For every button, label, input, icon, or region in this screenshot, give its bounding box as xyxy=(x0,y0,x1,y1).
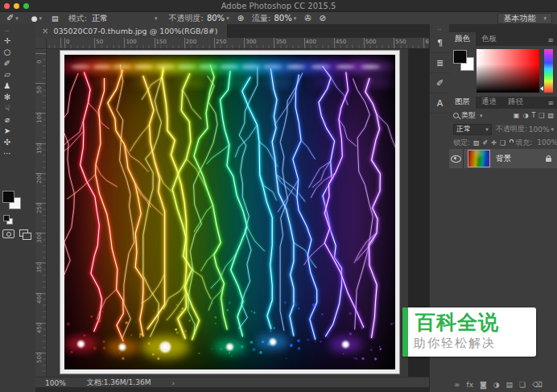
edit-toolbar-button[interactable]: ⋯ xyxy=(0,148,14,159)
filter-type-layers-icon[interactable]: T xyxy=(531,112,535,119)
eyedropper-tool-button[interactable]: ✐ xyxy=(0,58,14,69)
character-panel-icon[interactable]: A xyxy=(430,93,450,113)
horizontal-ruler: 050100150200250300350400450500550600 xyxy=(35,38,429,49)
layer-row-background[interactable]: 背景 xyxy=(449,149,557,168)
watermark-accent-bar xyxy=(402,307,408,357)
eraser-tool-button[interactable]: ▱ xyxy=(0,69,14,80)
h-ruler-label: 400 xyxy=(306,39,316,45)
opacity-caret[interactable]: ▾ xyxy=(226,15,229,22)
brush-tool-preset-icon[interactable]: ✐ xyxy=(6,14,14,23)
color-panel-foreground-swatch[interactable] xyxy=(453,50,467,64)
filter-adjustment-layers-icon[interactable]: ◑ xyxy=(522,112,528,119)
mode-label: 模式: xyxy=(68,13,87,24)
layer-visibility-toggle[interactable] xyxy=(449,149,464,168)
v-ruler-label: 450 xyxy=(36,322,43,332)
watermark-badge: 百科全说 助你轻松解决 xyxy=(402,307,536,357)
h-ruler-label: 150 xyxy=(156,39,167,45)
toolbar-collapse-icon[interactable]: ‥ xyxy=(0,26,14,33)
opacity-value[interactable]: 80% xyxy=(207,14,225,23)
clone-stamp-tool-button[interactable]: ♟ xyxy=(0,80,14,92)
pressure-opacity-icon[interactable]: ⊕ xyxy=(237,14,244,23)
filter-kind-caret[interactable]: ▾ xyxy=(480,113,483,119)
workspace-switcher[interactable]: 基本功能 ▾ xyxy=(497,13,552,24)
filter-shape-layers-icon[interactable]: ❑ xyxy=(538,112,544,119)
new-layer-icon[interactable]: ❏ xyxy=(519,381,526,389)
blend-mode-select[interactable]: 正常 ▾ xyxy=(453,124,492,135)
airbrush-icon[interactable]: ✇ xyxy=(304,14,311,23)
flow-value[interactable]: 80% xyxy=(274,14,291,23)
h-ruler-label: 300 xyxy=(245,39,256,45)
brush-tip-icon[interactable]: ● xyxy=(31,14,38,23)
mode-select[interactable]: 正常 xyxy=(92,13,108,24)
zoom-level-field[interactable]: 100% xyxy=(45,379,66,387)
layers-panel-menu-icon[interactable]: ≡ xyxy=(547,99,554,107)
hand-tool-button[interactable]: ✣ xyxy=(0,137,14,148)
link-layers-icon[interactable]: ∞ xyxy=(454,381,460,389)
pressure-size-icon[interactable]: ⊘ xyxy=(320,14,326,23)
add-layer-mask-icon[interactable]: ◙ xyxy=(480,381,487,389)
delete-layer-icon[interactable]: ⌫ xyxy=(532,381,543,389)
v-ruler-label: 350 xyxy=(36,262,43,273)
bottom-edge xyxy=(35,387,429,392)
filter-kind-label[interactable]: 类型 xyxy=(461,110,476,121)
v-ruler-label: 400 xyxy=(36,292,43,303)
mode-caret[interactable]: ▾ xyxy=(155,15,158,22)
v-ruler-label: 100 xyxy=(36,113,43,123)
new-group-icon[interactable]: ▤ xyxy=(506,381,514,389)
move-tool-button[interactable]: ✛ xyxy=(0,35,14,47)
layer-locked-icon xyxy=(546,158,551,162)
tab-layers[interactable]: 图层 xyxy=(449,95,476,109)
status-menu-caret[interactable]: › xyxy=(171,379,175,387)
opacity-label: 不透明度: xyxy=(169,13,204,24)
canvas[interactable] xyxy=(60,50,400,374)
new-adjustment-layer-icon[interactable]: ◑ xyxy=(493,381,500,389)
close-document-icon[interactable]: × xyxy=(42,27,48,35)
dock-collapse-icon[interactable]: ‥ xyxy=(430,24,450,33)
brush-tip-caret[interactable]: ▾ xyxy=(39,15,43,22)
tab-channels[interactable]: 通道 xyxy=(476,95,502,109)
path-selection-tool-button[interactable]: ➤ xyxy=(0,126,14,137)
dodge-tool-button[interactable]: ⌀ xyxy=(0,114,14,126)
layers-footer: ∞fx◙◑▤❏⌫ xyxy=(449,379,557,392)
tab-color[interactable]: 颜色 xyxy=(449,32,476,46)
blend-mode-value: 正常 xyxy=(456,124,471,134)
filter-pixel-layers-icon[interactable]: ▣ xyxy=(514,112,520,119)
canvas-image xyxy=(64,55,395,369)
fill-value: 100% xyxy=(537,138,557,146)
smudge-tool-button[interactable]: ☟ xyxy=(0,103,14,114)
screen-mode-button[interactable] xyxy=(23,233,31,240)
lasso-tool-button[interactable]: ○ xyxy=(0,47,14,58)
options-bar: ✐ ▾ ● ▾ ▤ 模式: 正常 ▾ 不透明度: 80% ▾ ⊕ 流量: 80%… xyxy=(0,12,557,25)
flow-caret[interactable]: ▾ xyxy=(294,15,297,22)
properties-panel-icon[interactable]: ≣ xyxy=(430,53,450,73)
layer-thumbnail[interactable] xyxy=(468,150,490,167)
saturation-brightness-picker[interactable] xyxy=(477,49,539,93)
fill-label: 填充: xyxy=(515,138,532,148)
brush-preset-caret[interactable]: ▾ xyxy=(15,15,19,22)
filter-smart-objects-icon[interactable]: ▧ xyxy=(547,112,554,119)
document-tab[interactable]: × 035020C07-0.thumb.jpg @ 100%(RGB/8#) xyxy=(32,24,228,38)
paragraph-panel-icon[interactable]: ¶ xyxy=(430,33,450,53)
hue-slider[interactable] xyxy=(544,49,553,93)
quick-mask-button[interactable] xyxy=(2,229,14,238)
lock-image-pixels-icon[interactable]: ✐ xyxy=(483,139,489,146)
color-panel xyxy=(449,46,557,97)
picker-cursor[interactable] xyxy=(477,50,484,56)
h-ruler-label: 350 xyxy=(275,39,286,45)
h-ruler-label: 450 xyxy=(336,39,346,45)
default-colors-icon[interactable] xyxy=(3,215,10,221)
lock-position-icon[interactable]: ✛ xyxy=(491,139,497,146)
tab-swatches[interactable]: 色板 xyxy=(476,32,502,46)
layer-style-icon[interactable]: fx xyxy=(467,381,474,389)
vertical-ruler: 050100150200250300350400450500 xyxy=(35,48,47,377)
brush-settings-panel-icon[interactable]: ✐ xyxy=(430,73,450,93)
layers-filter-row: 类型 ▾ ▣◑T❑▧ xyxy=(449,109,557,122)
foreground-color-swatch[interactable] xyxy=(2,191,14,203)
history-brush-tool-button[interactable]: ✻ xyxy=(0,92,14,103)
lock-transparent-pixels-icon[interactable]: ▨ xyxy=(473,139,480,146)
lock-artboards-icon[interactable]: ❑ xyxy=(500,139,505,146)
toggle-brush-panel-icon[interactable]: ▤ xyxy=(52,14,59,23)
tab-paths[interactable]: 路径 xyxy=(502,95,529,109)
color-panel-menu-icon[interactable]: ≡ xyxy=(547,36,554,44)
document-area: 050100150200250300350400450500550600 050… xyxy=(35,38,429,377)
